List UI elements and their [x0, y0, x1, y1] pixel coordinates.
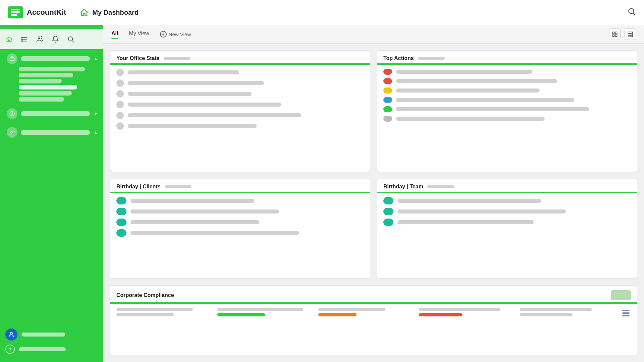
- stat-dot: [116, 112, 124, 119]
- table-row: [383, 87, 631, 94]
- menu-line: [622, 310, 630, 311]
- sidebar-section-header-finance[interactable]: ▼: [4, 107, 99, 120]
- office-stats-title: Your Office Stats: [116, 55, 160, 61]
- tabs-right: [609, 28, 636, 40]
- nav-list-icon[interactable]: [21, 36, 28, 43]
- stat-bar: [396, 70, 532, 74]
- birthday-avatar: [383, 219, 393, 226]
- sidebar: ▲ ▼: [0, 25, 103, 362]
- sidebar-help[interactable]: ?: [5, 345, 98, 354]
- birthday-team-title: Birthday | Team: [383, 184, 423, 190]
- stat-bar: [130, 231, 299, 235]
- table-row: [116, 122, 364, 130]
- tab-new-view[interactable]: + New View: [160, 31, 191, 38]
- stat-bar: [397, 199, 541, 203]
- list-item[interactable]: [19, 73, 73, 77]
- nav-people-icon[interactable]: [36, 36, 44, 43]
- svg-point-16: [10, 332, 13, 335]
- birthday-clients-title: Birthday | Clients: [116, 184, 161, 190]
- stat-bar: [396, 117, 545, 121]
- table-row: [116, 112, 364, 119]
- birthday-avatar: [116, 229, 126, 237]
- header-nav: My Dashboard: [79, 8, 139, 17]
- user-name-bar: [21, 333, 65, 337]
- stat-bar: [130, 220, 259, 224]
- stat-bar: [130, 209, 279, 214]
- sidebar-section-header-tools[interactable]: ▲: [4, 52, 99, 65]
- menu-line: [622, 312, 630, 314]
- svg-point-11: [38, 37, 40, 39]
- svg-rect-0: [11, 9, 20, 10]
- compliance-group-4: [419, 308, 515, 316]
- top-actions-title: Top Actions: [383, 55, 414, 61]
- office-stats-body: [110, 65, 370, 138]
- tab-all[interactable]: All: [111, 31, 118, 38]
- birthday-avatar: [383, 208, 393, 215]
- svg-line-4: [633, 13, 635, 15]
- svg-rect-22: [628, 34, 633, 35]
- stat-bar: [130, 199, 254, 203]
- nav-bell-icon[interactable]: [52, 36, 59, 43]
- comp-bar: [318, 308, 385, 311]
- list-view-button[interactable]: [625, 28, 636, 40]
- stat-dot: [116, 69, 124, 76]
- svg-rect-18: [615, 32, 617, 34]
- table-row: [383, 116, 631, 122]
- svg-point-8: [21, 37, 22, 38]
- table-row: [383, 197, 631, 204]
- app-name: AccountKit: [27, 8, 66, 17]
- sidebar-section-nature: ▲: [0, 123, 103, 142]
- dollar-icon: [7, 108, 17, 119]
- search-icon[interactable]: [627, 7, 636, 18]
- stat-bar: [128, 70, 239, 74]
- compliance-menu-icon[interactable]: [621, 310, 631, 316]
- compliance-group-1: [116, 308, 212, 316]
- nav-home-icon[interactable]: [5, 36, 13, 43]
- birthday-avatar: [116, 219, 126, 226]
- compliance-group-3: [318, 308, 414, 316]
- sidebar-section-header-nature[interactable]: ▲: [4, 126, 99, 139]
- tab-my-view[interactable]: My View: [129, 31, 149, 38]
- plus-circle-icon: +: [160, 31, 167, 38]
- chevron-up-icon[interactable]: ▲: [93, 56, 98, 61]
- chevron-down-icon[interactable]: ▼: [93, 111, 98, 116]
- tabs-bar: All My View + New View: [103, 25, 644, 44]
- list-item[interactable]: [19, 97, 64, 102]
- table-row: [383, 219, 631, 226]
- stat-bar: [397, 220, 534, 224]
- svg-rect-1: [11, 11, 20, 13]
- compliance-action-button[interactable]: [611, 290, 631, 300]
- list-item[interactable]: [19, 67, 85, 71]
- table-row: [116, 90, 364, 98]
- action-dot-red-2: [383, 78, 392, 84]
- list-item[interactable]: [19, 91, 72, 96]
- comp-bar-orange: [318, 313, 357, 316]
- svg-point-3: [629, 8, 634, 13]
- top-header: AccountKit My Dashboard: [0, 0, 644, 25]
- logo-area: AccountKit: [8, 6, 66, 18]
- stat-bar: [128, 124, 257, 128]
- svg-rect-21: [628, 32, 633, 33]
- grid-view-button[interactable]: [609, 28, 621, 40]
- stat-bar: [128, 81, 264, 85]
- compliance-bars-row: [116, 308, 631, 316]
- chevron-up-icon-2[interactable]: ▲: [93, 130, 98, 135]
- action-dot-blue: [383, 97, 392, 103]
- sidebar-user[interactable]: [5, 328, 98, 341]
- svg-point-9: [21, 39, 22, 40]
- stat-bar: [396, 98, 574, 102]
- section-nature-label: [21, 130, 90, 135]
- widget-top-actions: Top Actions: [377, 50, 637, 172]
- section-finance-label: [21, 111, 90, 116]
- compliance-group-2: [217, 308, 313, 316]
- list-item[interactable]: [19, 85, 77, 89]
- comp-bar: [116, 313, 174, 316]
- svg-rect-14: [10, 58, 14, 61]
- svg-rect-23: [628, 36, 633, 37]
- sidebar-section-tools: ▲: [0, 49, 103, 104]
- home-icon[interactable]: [79, 8, 89, 17]
- list-item[interactable]: [19, 79, 62, 83]
- stat-dot: [116, 79, 124, 87]
- nav-search-icon[interactable]: [67, 36, 74, 43]
- comp-bar: [520, 308, 592, 311]
